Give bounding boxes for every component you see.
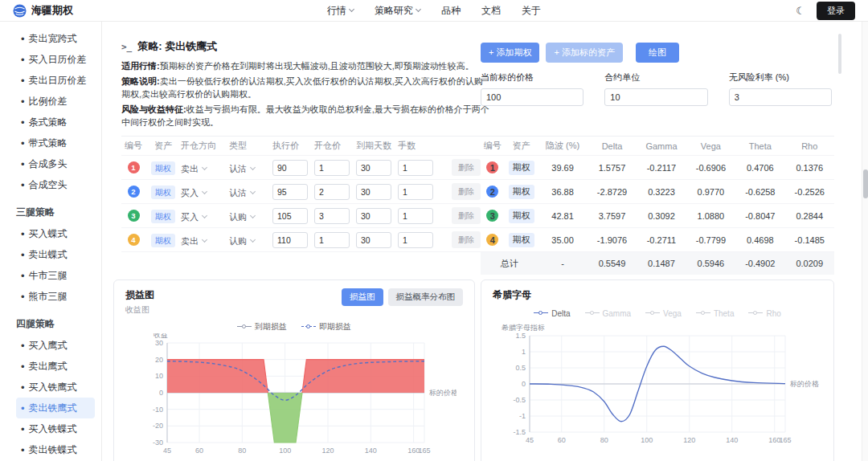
nav-item-2[interactable]: 品种 — [441, 4, 461, 18]
sidebar-item[interactable]: •买入蝶式 — [16, 223, 95, 244]
strike-cell — [272, 184, 314, 200]
sidebar-item-label: 卖出铁蝶式 — [29, 443, 77, 457]
legend-item[interactable]: Rho — [748, 309, 780, 318]
window-scrollbar-thumb[interactable] — [863, 169, 868, 198]
legs-table-header: 编号资产开仓方向类型执行价开仓价到期天数手数 — [121, 137, 481, 156]
asset-cell: 期权 — [505, 233, 538, 247]
open-input[interactable] — [314, 232, 350, 248]
sidebar-item[interactable]: •合成多头 — [16, 153, 95, 174]
strategy-paragraph: 风险与收益特征:收益与亏损均有限。最大收益为收取的总权利金,最大亏损在标的价格介… — [121, 103, 489, 129]
sidebar-item[interactable]: •卖出铁蝶式 — [16, 439, 95, 460]
sidebar-item[interactable]: •牛市三腿 — [16, 265, 95, 286]
open-input[interactable] — [314, 160, 350, 176]
strike-input[interactable] — [272, 184, 308, 200]
sidebar-item[interactable]: •卖出鹰式 — [16, 356, 95, 377]
lots-input[interactable] — [398, 184, 433, 200]
legend-item[interactable]: 到期损益 — [237, 321, 287, 332]
sidebar-item[interactable]: •买入鹰式 — [16, 335, 95, 356]
risk-free-rate-input[interactable] — [729, 88, 832, 106]
column-header: 执行价 — [272, 140, 314, 152]
gamma-value: 0.3092 — [637, 211, 686, 221]
direction-select[interactable]: 卖出 — [181, 163, 207, 175]
param-field: 无风险利率 (%) — [729, 71, 832, 106]
select-value: 认沽 — [229, 187, 247, 199]
contract-unit-input[interactable] — [604, 88, 707, 106]
open-input[interactable] — [314, 208, 350, 224]
nav-item-4[interactable]: 关于 — [522, 4, 541, 18]
direction-select[interactable]: 买入 — [181, 187, 207, 199]
sidebar-item[interactable]: •卖出铁鹰式 — [16, 398, 95, 418]
asset-cell: 期权 — [145, 208, 181, 224]
nav-item-3[interactable]: 文档 — [481, 4, 501, 18]
svg-text:-0.5: -0.5 — [513, 396, 526, 404]
probability-tab-button[interactable]: 损益概率分布图 — [388, 288, 464, 306]
svg-text:-30: -30 — [153, 439, 163, 447]
option-type-select[interactable]: 认沽 — [229, 187, 255, 199]
strike-input[interactable] — [272, 232, 308, 248]
paragraph-label: 策略说明: — [121, 76, 160, 86]
sidebar-item[interactable]: •卖出宽跨式 — [16, 28, 95, 49]
legend-dot — [753, 311, 757, 315]
strike-input[interactable] — [272, 208, 308, 224]
sidebar-item[interactable]: •卖出日历价差 — [16, 70, 95, 91]
sidebar-item[interactable]: •买入日历价差 — [16, 49, 95, 70]
delete-leg-button[interactable]: 删除 — [452, 207, 481, 224]
open-input[interactable] — [314, 184, 350, 200]
delete-leg-button[interactable]: 删除 — [452, 183, 481, 200]
strike-cell — [272, 232, 314, 248]
greeks-chart: -1.5-1-0.500.511.5456080100120140160165希… — [493, 320, 824, 453]
sidebar-item[interactable]: •比例价差 — [16, 91, 95, 112]
sidebar-item[interactable]: •合成空头 — [16, 174, 95, 195]
draw-button[interactable]: 绘图 — [636, 43, 679, 63]
sidebar-item[interactable]: •卖出蝶式 — [16, 244, 95, 265]
greeks-row: 4期权35.00-1.9076-0.2711-0.77990.4698-0.14… — [481, 228, 834, 252]
direction-select[interactable]: 买入 — [181, 211, 207, 223]
days-input[interactable] — [356, 232, 391, 248]
pnl-card-subtitle: 收益图 — [125, 304, 154, 316]
lots-input[interactable] — [398, 208, 433, 224]
nav-item-label: 文档 — [481, 4, 501, 18]
sidebar-item[interactable]: •带式策略 — [16, 133, 95, 153]
theme-toggle-icon[interactable]: ☾ — [796, 6, 805, 16]
add-underlying-button[interactable]: + 添加标的资产 — [546, 43, 622, 63]
lots-input[interactable] — [398, 232, 433, 248]
svg-text:希腊字母指标: 希腊字母指标 — [502, 324, 545, 332]
delete-leg-button[interactable]: 删除 — [452, 159, 481, 176]
sidebar-item[interactable]: •买入铁蝶式 — [16, 418, 95, 439]
legend-item[interactable]: Theta — [696, 309, 735, 318]
pnl-view-toggle: 损益图 损益概率分布图 — [342, 288, 463, 306]
nav-item-1[interactable]: 策略研究 — [375, 4, 420, 18]
login-button[interactable]: 登录 — [817, 2, 855, 20]
nav-item-0[interactable]: 行情 — [327, 4, 354, 18]
legend-item[interactable]: Vega — [645, 309, 682, 318]
lots-cell — [398, 208, 440, 224]
pnl-tab-button[interactable]: 损益图 — [342, 288, 383, 306]
window-scrollbar[interactable] — [862, 0, 868, 461]
leg-number-cell: 2 — [481, 186, 505, 198]
delete-leg-button[interactable]: 删除 — [452, 231, 481, 248]
option-type-select[interactable]: 认购 — [229, 211, 255, 223]
content-scrollbar-thumb[interactable] — [838, 34, 841, 74]
days-input[interactable] — [356, 160, 391, 176]
strike-input[interactable] — [272, 160, 308, 176]
legend-item[interactable]: Gamma — [585, 309, 632, 318]
days-input[interactable] — [356, 208, 391, 224]
option-type-select[interactable]: 认沽 — [229, 163, 255, 175]
legend-item[interactable]: 即期损益 — [301, 321, 351, 332]
theta-value: 0.4706 — [735, 163, 784, 173]
underlying-price-input[interactable] — [481, 88, 583, 106]
sidebar-group-header: 三腿策略 — [16, 206, 95, 219]
brand[interactable]: 海疆期权 — [13, 3, 182, 18]
days-input[interactable] — [356, 184, 391, 200]
sidebar-item[interactable]: •条式策略 — [16, 112, 95, 133]
add-option-button[interactable]: + 添加期权 — [481, 43, 539, 63]
sidebar-item[interactable]: •买入铁鹰式 — [16, 377, 95, 398]
direction-select[interactable]: 卖出 — [181, 235, 207, 247]
sidebar-item[interactable]: •熊市三腿 — [16, 286, 95, 307]
option-type-select[interactable]: 认购 — [229, 235, 255, 247]
svg-text:20: 20 — [155, 356, 163, 364]
legend-item[interactable]: Delta — [534, 309, 570, 318]
lots-input[interactable] — [398, 160, 433, 176]
legend-marker-icon — [748, 310, 763, 317]
bullet-icon: • — [21, 250, 25, 260]
